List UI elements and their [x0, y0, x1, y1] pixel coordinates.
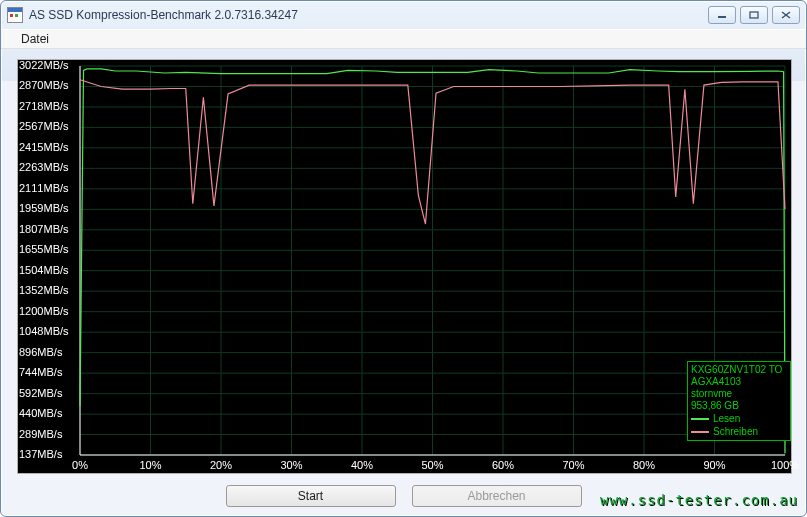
app-window: AS SSD Kompression-Benchmark 2.0.7316.34… — [0, 0, 807, 517]
close-button[interactable] — [772, 6, 800, 24]
chart-canvas — [18, 60, 791, 473]
x-tick-label: 0% — [72, 459, 88, 471]
y-tick-label: 1504MB/s — [19, 264, 69, 276]
y-tick-label: 1352MB/s — [19, 284, 69, 296]
y-tick-label: 2567MB/s — [19, 120, 69, 132]
x-tick-label: 100% — [771, 459, 799, 471]
chart-area: 3022MB/s2870MB/s2718MB/s2567MB/s2415MB/s… — [17, 59, 792, 474]
y-tick-label: 1048MB/s — [19, 325, 69, 337]
y-tick-label: 3022MB/s — [19, 59, 69, 71]
minimize-button[interactable] — [708, 6, 736, 24]
legend-driver: stornvme — [691, 388, 787, 400]
y-tick-label: 1807MB/s — [19, 223, 69, 235]
y-tick-label: 2415MB/s — [19, 141, 69, 153]
watermark: www.ssd-tester.com.au — [600, 492, 798, 508]
y-tick-label: 440MB/s — [19, 407, 62, 419]
y-tick-label: 2263MB/s — [19, 161, 69, 173]
y-tick-label: 289MB/s — [19, 428, 62, 440]
maximize-button[interactable] — [740, 6, 768, 24]
window-title: AS SSD Kompression-Benchmark 2.0.7316.34… — [29, 8, 708, 22]
legend-write-label: Schreiben — [713, 426, 758, 438]
legend-device-line2: AGXA4103 — [691, 376, 787, 388]
y-tick-label: 2111MB/s — [19, 182, 69, 194]
menu-file[interactable]: Datei — [15, 30, 55, 48]
y-tick-label: 2718MB/s — [19, 100, 69, 112]
y-tick-label: 1655MB/s — [19, 243, 69, 255]
y-tick-label: 896MB/s — [19, 346, 62, 358]
legend-read-swatch — [691, 418, 709, 420]
x-tick-label: 50% — [421, 459, 443, 471]
x-tick-label: 10% — [139, 459, 161, 471]
legend-write-swatch — [691, 431, 709, 433]
legend-device-line1: KXG60ZNV1T02 TO — [691, 364, 787, 376]
x-tick-label: 80% — [633, 459, 655, 471]
svg-rect-1 — [750, 12, 758, 18]
legend-read-label: Lesen — [713, 413, 740, 425]
menubar: Datei — [1, 29, 806, 49]
y-tick-label: 1959MB/s — [19, 202, 69, 214]
x-tick-label: 20% — [210, 459, 232, 471]
y-tick-label: 592MB/s — [19, 387, 62, 399]
y-tick-label: 137MB/s — [19, 448, 62, 460]
x-tick-label: 70% — [562, 459, 584, 471]
y-tick-label: 2870MB/s — [19, 79, 69, 91]
x-tick-label: 40% — [351, 459, 373, 471]
y-tick-label: 1200MB/s — [19, 305, 69, 317]
x-tick-label: 60% — [492, 459, 514, 471]
y-tick-label: 744MB/s — [19, 366, 62, 378]
x-tick-label: 30% — [280, 459, 302, 471]
cancel-button: Abbrechen — [412, 485, 582, 507]
legend-capacity: 953,86 GB — [691, 400, 787, 412]
legend-box: KXG60ZNV1T02 TO AGXA4103 stornvme 953,86… — [687, 361, 791, 441]
titlebar[interactable]: AS SSD Kompression-Benchmark 2.0.7316.34… — [1, 1, 806, 29]
app-icon — [7, 7, 23, 23]
x-tick-label: 90% — [703, 459, 725, 471]
start-button[interactable]: Start — [226, 485, 396, 507]
